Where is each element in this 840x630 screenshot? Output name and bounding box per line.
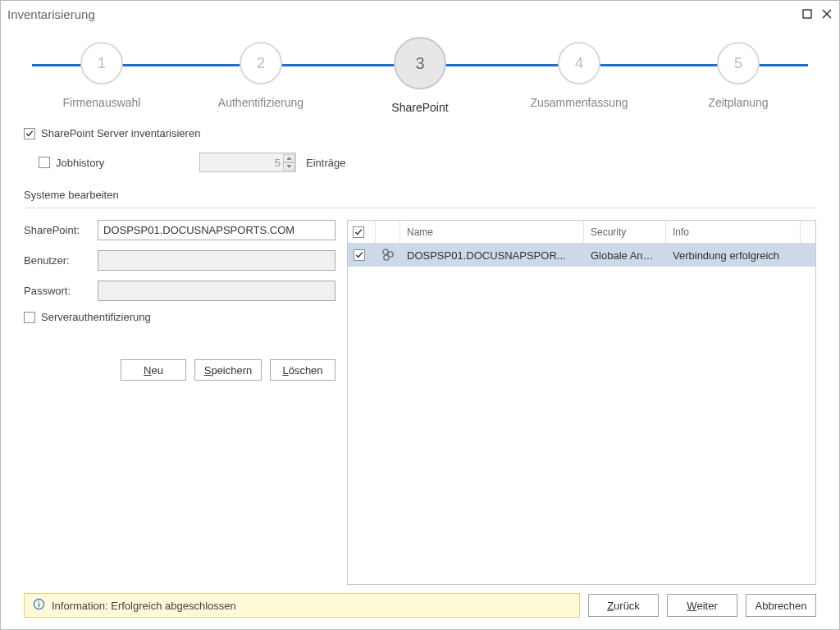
wizard-step-2[interactable]: 2 Authentifizierung <box>183 42 339 114</box>
user-field-label: Benutzer: <box>24 254 98 267</box>
back-button[interactable]: Zurück <box>588 594 659 617</box>
info-icon <box>33 598 45 613</box>
table-header-row: Name Security Info <box>348 221 815 244</box>
row-info: Verbindung erfolgreich <box>666 249 815 262</box>
form-column: SharePoint: DOSPSP01.DOCUSNAPSPORTS.COM … <box>24 220 336 585</box>
step-circle: 1 <box>80 42 123 84</box>
select-all-checkbox[interactable] <box>353 226 364 238</box>
inventory-sharepoint-row: SharePoint Server inventarisieren <box>24 127 816 139</box>
wizard-step-1[interactable]: 1 Firmenauswahl <box>24 42 180 114</box>
step-circle: 4 <box>558 42 600 84</box>
footer-bar: Information: Erfolgreich abgeschlossen Z… <box>1 585 839 629</box>
form-button-row: Neu Speichern Löschen <box>24 359 336 381</box>
jobhistory-checkbox[interactable] <box>39 157 50 168</box>
delete-button[interactable]: Löschen <box>270 359 336 381</box>
row-checkbox[interactable] <box>354 249 365 261</box>
content-area: SharePoint Server inventarisieren Jobhis… <box>1 116 839 585</box>
step-label: Zusammenfassung <box>501 96 657 109</box>
password-field-label: Passwort: <box>24 285 98 297</box>
wizard-step-4[interactable]: 4 Zusammenfassung <box>501 42 657 114</box>
header-security[interactable]: Security <box>584 221 666 243</box>
inventory-sharepoint-checkbox[interactable] <box>24 128 35 139</box>
wizard-steps-container: 1 Firmenauswahl 2 Authentifizierung 3 Sh… <box>1 27 839 116</box>
step-circle: 3 <box>394 37 446 89</box>
serverauth-label: Serverauthentifizierung <box>41 311 151 323</box>
step-label: Authentifizierung <box>183 96 339 109</box>
save-button[interactable]: Speichern <box>194 359 262 381</box>
jobhistory-row: Jobhistory 5 Einträge <box>39 153 816 172</box>
jobhistory-spinner[interactable]: 5 <box>199 153 296 172</box>
step-circle: 5 <box>717 42 760 84</box>
new-button[interactable]: Neu <box>121 359 186 381</box>
user-input[interactable] <box>98 250 336 271</box>
svg-rect-5 <box>39 603 40 607</box>
spinner-down-button[interactable] <box>283 162 294 171</box>
row-name: DOSPSP01.DOCUSNAPSPOR... <box>400 249 584 262</box>
info-banner: Information: Erfolgreich abgeschlossen <box>24 593 580 618</box>
header-select-all[interactable] <box>348 221 376 243</box>
spinner-up-button[interactable] <box>283 154 294 162</box>
header-name[interactable]: Name <box>400 221 584 243</box>
close-button[interactable] <box>821 8 833 20</box>
sharepoint-server-icon <box>381 248 395 263</box>
next-button[interactable]: Weiter <box>667 594 737 617</box>
header-scroll-spacer <box>801 221 815 243</box>
systems-table: Name Security Info <box>347 220 816 585</box>
jobhistory-value: 5 <box>200 157 295 169</box>
step-circle: 2 <box>240 42 282 84</box>
titlebar: Inventarisierung <box>1 1 839 27</box>
header-icon-col <box>376 221 400 243</box>
wizard-step-3[interactable]: 3 SharePoint <box>342 42 498 114</box>
section-divider <box>24 208 816 208</box>
wizard-step-5[interactable]: 5 Zeitplanung <box>660 42 816 114</box>
wizard-window: Inventarisierung 1 Firmenauswahl 2 Authe… <box>0 0 840 630</box>
entries-label: Einträge <box>306 157 345 169</box>
row-security: Globale Anm... <box>584 249 666 262</box>
step-label: SharePoint <box>342 101 498 114</box>
edit-grid: SharePoint: DOSPSP01.DOCUSNAPSPORTS.COM … <box>24 220 816 585</box>
maximize-button[interactable] <box>801 8 813 20</box>
step-label: Zeitplanung <box>660 96 816 109</box>
svg-rect-0 <box>803 10 811 18</box>
table-body[interactable]: DOSPSP01.DOCUSNAPSPOR... Globale Anm... … <box>348 244 815 584</box>
serverauth-checkbox[interactable] <box>24 312 35 323</box>
svg-point-3 <box>384 254 389 259</box>
info-text: Information: Erfolgreich abgeschlossen <box>52 600 236 612</box>
jobhistory-label: Jobhistory <box>56 157 104 169</box>
inventory-sharepoint-label: SharePoint Server inventarisieren <box>41 127 200 139</box>
cancel-button[interactable]: Abbrechen <box>746 594 816 617</box>
table-row[interactable]: DOSPSP01.DOCUSNAPSPOR... Globale Anm... … <box>348 244 815 267</box>
sharepoint-input[interactable]: DOSPSP01.DOCUSNAPSPORTS.COM <box>98 220 336 240</box>
step-label: Firmenauswahl <box>24 96 180 109</box>
window-title: Inventarisierung <box>7 7 793 21</box>
svg-rect-6 <box>39 601 40 603</box>
systems-section-title: Systeme bearbeiten <box>24 189 816 201</box>
password-input[interactable] <box>98 281 336 301</box>
sharepoint-field-label: SharePoint: <box>24 224 98 236</box>
serverauth-row: Serverauthentifizierung <box>24 311 336 323</box>
header-info[interactable]: Info <box>666 221 801 243</box>
